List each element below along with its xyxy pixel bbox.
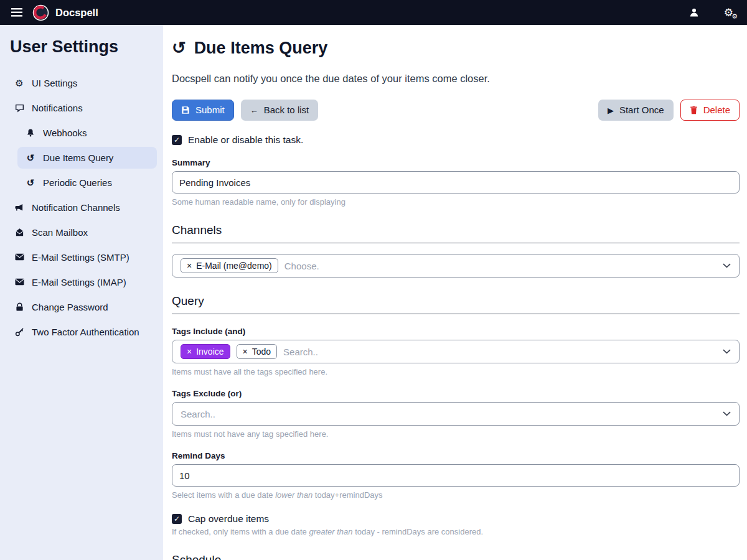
brand[interactable]: Docspell (32, 4, 98, 21)
tags-include-help: Items must have all the tags specified h… (172, 367, 740, 376)
sidebar-item-periodic-queries[interactable]: ↺ Periodic Queries (17, 172, 157, 194)
cap-overdue-checkbox[interactable]: ✓ (172, 514, 182, 524)
sidebar-item-email-smtp[interactable]: E-Mail Settings (SMTP) (6, 246, 157, 268)
tags-include-label: Tags Include (and) (172, 327, 740, 336)
save-icon (181, 106, 190, 114)
sidebar-item-webhooks[interactable]: Webhooks (17, 122, 157, 144)
cap-overdue-help: If checked, only items with a due date g… (172, 527, 740, 536)
channels-select[interactable]: × E-Mail (me@demo) Choose. (172, 254, 740, 278)
lock-icon (14, 302, 25, 312)
channels-placeholder: Choose. (284, 261, 319, 271)
sidebar-item-label: Due Items Query (43, 152, 113, 163)
tags-include-field: Tags Include (and) × Invoice × Todo Sear… (172, 327, 740, 376)
gear-icon: ⚙ (14, 78, 25, 88)
sidebar-item-notifications[interactable]: Notifications (6, 97, 157, 119)
menu-toggle-button[interactable] (10, 7, 24, 18)
sidebar-item-due-items-query[interactable]: ↺ Due Items Query (17, 147, 157, 169)
tags-exclude-help: Items must not have any tag specified he… (172, 429, 740, 439)
bullhorn-icon (14, 203, 25, 212)
main-content: ↺ Due Items Query Docspell can notify yo… (163, 25, 747, 560)
help-text-italic: greater than (309, 527, 352, 536)
submit-label: Submit (195, 105, 225, 116)
summary-help: Some human readable name, only for displ… (172, 197, 740, 207)
delete-button[interactable]: Delete (680, 100, 740, 121)
sidebar-item-label: Webhooks (43, 128, 87, 138)
page-title-text: Due Items Query (194, 39, 328, 58)
sidebar: User Settings ⚙ UI Settings Notification… (0, 25, 163, 560)
sidebar-item-label: UI Settings (32, 78, 77, 88)
delete-label: Delete (703, 105, 730, 116)
hamburger-icon (11, 8, 22, 17)
app-window: Docspell ⚙⚙ User Settings ⚙ UI Settings (0, 0, 747, 560)
cap-overdue-label: Cap overdue items (188, 513, 269, 525)
key-icon (14, 327, 25, 337)
topbar: Docspell ⚙⚙ (0, 0, 747, 25)
sidebar-title: User Settings (10, 37, 153, 57)
envelope-icon (14, 278, 25, 286)
summary-field: Summary Some human readable name, only f… (172, 158, 740, 207)
remove-icon[interactable]: × (187, 261, 192, 270)
back-to-list-button[interactable]: ← Back to list (241, 100, 319, 121)
query-heading: Query (172, 294, 740, 314)
tags-exclude-label: Tags Exclude (or) (172, 389, 740, 398)
topbar-actions: ⚙⚙ (685, 7, 737, 19)
history-icon: ↺ (25, 178, 36, 187)
chevron-down-icon (723, 263, 731, 268)
history-icon: ↺ (25, 153, 36, 162)
tags-exclude-placeholder: Search.. (181, 409, 215, 419)
brand-name: Docspell (55, 7, 98, 19)
submit-button[interactable]: Submit (172, 100, 234, 121)
sidebar-item-notification-channels[interactable]: Notification Channels (6, 197, 157, 218)
tags-exclude-select[interactable]: Search.. (172, 402, 740, 426)
sidebar-item-ui-settings[interactable]: ⚙ UI Settings (6, 72, 157, 94)
sidebar-item-two-factor[interactable]: Two Factor Authentication (6, 321, 157, 343)
sidebar-item-email-imap[interactable]: E-Mail Settings (IMAP) (6, 271, 157, 293)
enable-task-label: Enable or disable this task. (188, 134, 303, 146)
enable-task-checkbox[interactable]: ✓ (172, 135, 182, 145)
sidebar-item-label: E-Mail Settings (SMTP) (32, 252, 129, 263)
sidebar-item-scan-mailbox[interactable]: Scan Mailbox (6, 222, 157, 243)
sidebar-item-label: Change Password (32, 302, 108, 312)
back-label: Back to list (264, 105, 309, 116)
action-buttons: Submit ← Back to list ▶ Start Once Delet… (172, 100, 740, 121)
channel-chip: × E-Mail (me@demo) (181, 258, 278, 273)
user-menu-button[interactable] (685, 7, 703, 18)
channel-chip-label: E-Mail (me@demo) (196, 261, 272, 271)
settings-menu-button[interactable]: ⚙⚙ (720, 7, 737, 19)
tags-exclude-field: Tags Exclude (or) Search.. Items must no… (172, 389, 740, 439)
page-title: ↺ Due Items Query (172, 39, 740, 58)
chevron-down-icon (723, 349, 731, 354)
cap-overdue-row: ✓ Cap overdue items (172, 513, 740, 525)
play-icon: ▶ (608, 106, 614, 114)
channels-heading: Channels (172, 223, 740, 243)
sidebar-nav: ⚙ UI Settings Notifications Webhooks ↺ D… (6, 70, 157, 344)
sidebar-item-change-password[interactable]: Change Password (6, 296, 157, 318)
help-text: If checked, only items with a due date (172, 527, 309, 536)
comment-icon (14, 103, 25, 113)
tags-include-placeholder: Search.. (283, 347, 318, 357)
summary-input[interactable] (172, 171, 740, 194)
remind-days-label: Remind Days (172, 451, 740, 460)
tag-chip-label: Invoice (196, 347, 223, 357)
enable-task-row: ✓ Enable or disable this task. (172, 134, 740, 146)
remind-days-input[interactable] (172, 464, 740, 487)
sidebar-item-label: Scan Mailbox (32, 227, 88, 238)
arrow-left-icon: ← (250, 106, 258, 114)
tag-chip-invoice: × Invoice (181, 344, 230, 359)
envelope-icon (14, 253, 25, 261)
page-subtitle: Docspell can notify you once the due dat… (172, 73, 740, 85)
clock-history-icon: ↺ (172, 40, 186, 57)
tags-include-select[interactable]: × Invoice × Todo Search.. (172, 340, 740, 363)
chevron-down-icon (723, 411, 731, 416)
tag-chip-todo: × Todo (237, 344, 278, 359)
trash-icon (690, 106, 698, 114)
tag-chip-label: Todo (252, 347, 271, 357)
start-once-button[interactable]: ▶ Start Once (598, 100, 674, 121)
help-text-italic: lower than (275, 490, 312, 500)
remove-icon[interactable]: × (243, 347, 248, 356)
envelope-open-icon (14, 228, 25, 237)
remove-icon[interactable]: × (187, 347, 192, 356)
help-text: today - remindDays are considered. (353, 527, 484, 536)
help-text: Select items with a due date (172, 490, 275, 500)
help-text: today+remindDays (312, 490, 382, 500)
